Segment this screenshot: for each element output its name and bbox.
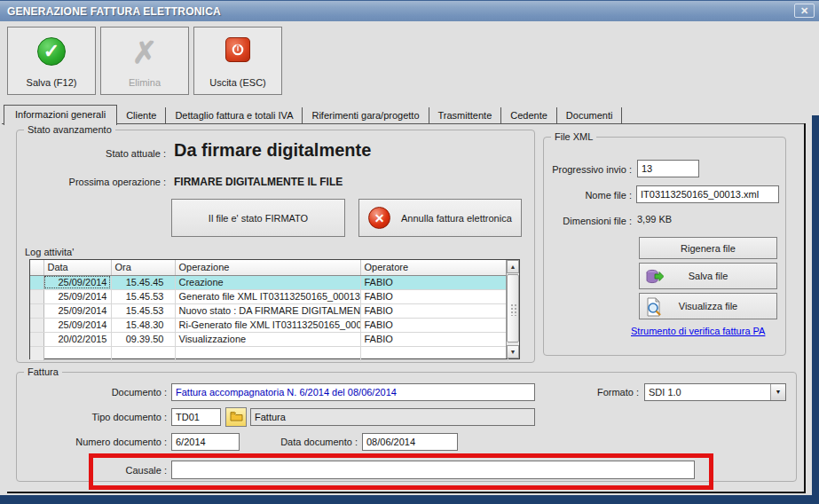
- documento-label: Documento :: [53, 387, 167, 398]
- formato-label: Formato :: [568, 387, 639, 398]
- window-title: GENERAZIONE FATTURA ELETTRONICA: [0, 5, 221, 18]
- annulla-fattura-button[interactable]: ✕ Annulla fattura elettronica: [358, 199, 522, 237]
- scroll-up-icon[interactable]: ▲: [507, 260, 519, 273]
- x-red-circle-icon: ✕: [368, 207, 390, 229]
- dimensioni-file-value: 3,99 KB: [637, 214, 672, 224]
- causale-field[interactable]: [171, 461, 695, 479]
- table-row[interactable]: 25/09/2014 15.45.53 Nuovo stato : DA FIR…: [30, 303, 508, 318]
- tab-documenti[interactable]: Documenti: [557, 107, 623, 124]
- save-button[interactable]: ✓ Salva (F12): [7, 27, 96, 95]
- nome-file-field[interactable]: [636, 185, 779, 203]
- table-row[interactable]: [30, 346, 508, 360]
- nome-file-label: Nome file :: [548, 190, 632, 201]
- col-header-operatore[interactable]: Operatore: [360, 260, 508, 275]
- stato-attuale-value: Da firmare digitalmente: [174, 140, 371, 161]
- content-shadow-bottom: [7, 492, 806, 493]
- progressivo-invio-field[interactable]: [637, 160, 699, 177]
- content-shadow-right: [804, 123, 806, 493]
- file-xml-legend: File XML: [551, 131, 596, 142]
- table-row[interactable]: 25/09/2014 15.45.53 Generato file XML IT…: [30, 289, 508, 303]
- causale-label: Causale :: [53, 465, 167, 476]
- visualizza-file-button[interactable]: Visualizza file: [639, 293, 777, 319]
- scroll-down-icon[interactable]: ▼: [507, 345, 519, 358]
- visualizza-file-button-label: Visualizza file: [679, 301, 737, 311]
- exit-button-label: Uscita (ESC): [209, 77, 266, 88]
- dimensioni-file-label: Dimensioni file :: [548, 216, 632, 226]
- prossima-operazione-value: FIRMARE DIGITALMENTE IL FILE: [174, 176, 343, 188]
- progressivo-invio-label: Progressivo invio :: [548, 164, 632, 175]
- table-row[interactable]: 25/09/2014 15.45.45 Creazione FABIO: [30, 275, 508, 289]
- delete-button-label: Elimina: [129, 77, 161, 88]
- numero-documento-field[interactable]: [171, 433, 240, 451]
- database-export-icon: [644, 267, 664, 288]
- stato-avanzamento-legend: Stato avanzamento: [24, 124, 115, 135]
- tipo-documento-descrizione-field: [250, 408, 535, 426]
- data-documento-label: Data documento :: [262, 437, 358, 447]
- tab-trasmittente[interactable]: Trasmittente: [429, 107, 502, 124]
- table-vertical-scrollbar[interactable]: ▲ ▼: [506, 260, 519, 358]
- exit-button[interactable]: Uscita (ESC): [193, 27, 282, 95]
- prossima-operazione-label: Prossima operazione :: [35, 177, 166, 187]
- rigenera-file-button[interactable]: Rigenera file: [639, 237, 777, 259]
- log-attivita-label: Log attivita': [25, 247, 74, 257]
- tipo-documento-label: Tipo documento :: [53, 412, 167, 422]
- numero-documento-label: Numero documento :: [53, 437, 167, 447]
- formato-selected-value: SDI 1.0: [645, 387, 770, 398]
- scrollbar-thumb[interactable]: [507, 274, 519, 343]
- tab-informazioni-generali[interactable]: Informazioni generali: [4, 105, 117, 125]
- verifica-fattura-pa-link[interactable]: Strumento di verifica fattura PA: [631, 326, 765, 336]
- document-magnifier-icon: [644, 297, 664, 319]
- tab-strip: Informazioni generali Cliente Dettaglio …: [4, 104, 622, 124]
- rigenera-file-button-label: Rigenera file: [681, 243, 736, 254]
- log-attivita-table: Data Ora Operazione Operatore 25/09/2014…: [29, 259, 520, 359]
- data-documento-field[interactable]: [362, 433, 458, 451]
- delete-button[interactable]: ✗ Elimina: [100, 27, 189, 95]
- tab-cliente[interactable]: Cliente: [117, 107, 166, 124]
- file-firmato-button[interactable]: Il file e' stato FIRMATO: [171, 199, 345, 237]
- tab-dettaglio-fattura[interactable]: Dettaglio fattura e totali IVA: [166, 107, 303, 124]
- salva-file-button-label: Salva file: [689, 271, 728, 281]
- tipo-documento-field[interactable]: [171, 408, 221, 426]
- thumb-grip: [510, 303, 517, 316]
- check-circle-icon: ✓: [37, 37, 66, 66]
- formato-select[interactable]: SDI 1.0 ▼: [644, 383, 786, 401]
- file-firmato-button-label: Il file e' stato FIRMATO: [209, 213, 308, 224]
- app-window: GENERAZIONE FATTURA ELETTRONICA ✕ ✓ Salv…: [0, 0, 819, 504]
- fattura-legend: Fattura: [24, 366, 62, 377]
- tab-cedente[interactable]: Cedente: [501, 107, 557, 124]
- tab-riferimenti-gara[interactable]: Riferimenti gara/progetto: [303, 107, 429, 124]
- table-row[interactable]: 25/09/2014 15.48.30 Ri-Generato file XML…: [30, 318, 508, 332]
- col-header-operazione[interactable]: Operazione: [175, 260, 360, 275]
- salva-file-button[interactable]: Salva file: [639, 263, 777, 289]
- row-selector-header: [30, 260, 43, 275]
- title-bar: GENERAZIONE FATTURA ELETTRONICA: [0, 0, 819, 21]
- power-icon: [225, 37, 250, 62]
- col-header-data[interactable]: Data: [43, 260, 111, 275]
- window-border-right: [812, 115, 819, 504]
- chevron-down-icon[interactable]: ▼: [770, 384, 785, 400]
- table-row[interactable]: 20/02/2015 09.39.50 Visualizzazione FABI…: [30, 332, 508, 346]
- stato-attuale-label: Stato attuale :: [35, 148, 166, 159]
- tipo-documento-lookup-button[interactable]: [225, 407, 247, 427]
- save-button-label: Salva (F12): [27, 77, 77, 88]
- col-header-ora[interactable]: Ora: [111, 260, 175, 275]
- table-header-row: Data Ora Operazione Operatore: [30, 260, 508, 275]
- folder-icon: [230, 411, 243, 423]
- documento-field[interactable]: [171, 383, 535, 401]
- annulla-fattura-button-label: Annulla fattura elettronica: [401, 213, 512, 224]
- window-border-bottom: [0, 495, 819, 504]
- x-gray-icon: ✗: [132, 37, 158, 67]
- close-icon[interactable]: ✕: [794, 4, 815, 18]
